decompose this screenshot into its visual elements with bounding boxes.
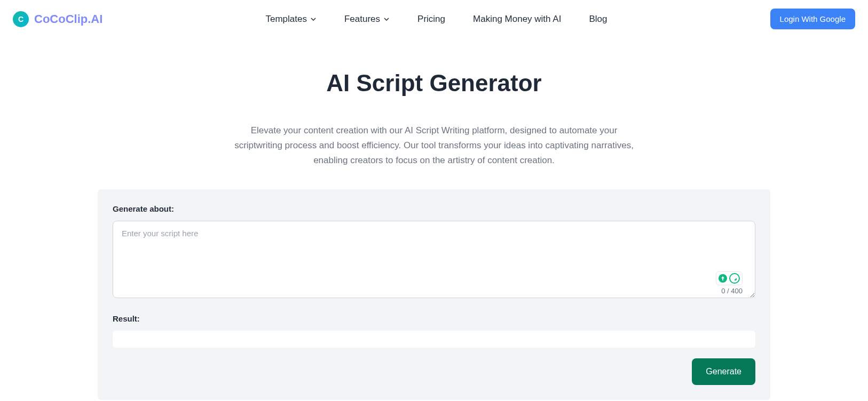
logo-icon: C	[13, 11, 29, 27]
grammar-badges	[716, 271, 743, 285]
main-nav: Templates Features Pricing Making Money …	[265, 14, 607, 25]
generate-button[interactable]: Generate	[692, 358, 755, 385]
arrow-up-icon[interactable]	[719, 274, 727, 283]
page-title: AI Script Generator	[98, 70, 770, 97]
nav-blog[interactable]: Blog	[589, 14, 607, 25]
login-button[interactable]: Login With Google	[770, 9, 855, 29]
nav-templates[interactable]: Templates	[265, 14, 316, 25]
main-content: AI Script Generator Elevate your content…	[87, 38, 781, 401]
generator-panel: Generate about: 0 / 400 Result: Generate	[98, 189, 770, 400]
script-input[interactable]	[113, 221, 755, 298]
nav-features[interactable]: Features	[344, 14, 390, 25]
grammarly-icon[interactable]	[729, 273, 740, 284]
nav-making-money-label: Making Money with AI	[473, 14, 561, 25]
chevron-down-icon	[310, 16, 317, 22]
logo-letter: C	[18, 15, 23, 23]
result-output	[113, 331, 755, 348]
page-description: Elevate your content creation with our A…	[231, 123, 637, 168]
header: C CoCoClip.AI Templates Features Pricing…	[0, 0, 868, 38]
nav-making-money[interactable]: Making Money with AI	[473, 14, 561, 25]
nav-pricing[interactable]: Pricing	[417, 14, 445, 25]
nav-templates-label: Templates	[265, 14, 306, 25]
generate-about-label: Generate about:	[113, 204, 755, 213]
logo[interactable]: C CoCoClip.AI	[13, 11, 102, 27]
char-counter: 0 / 400	[721, 287, 743, 295]
chevron-down-icon	[383, 16, 390, 22]
nav-blog-label: Blog	[589, 14, 607, 25]
result-label: Result:	[113, 314, 755, 323]
textarea-wrapper: 0 / 400	[113, 221, 755, 300]
nav-features-label: Features	[344, 14, 380, 25]
logo-text: CoCoClip.AI	[34, 12, 102, 26]
nav-pricing-label: Pricing	[417, 14, 445, 25]
